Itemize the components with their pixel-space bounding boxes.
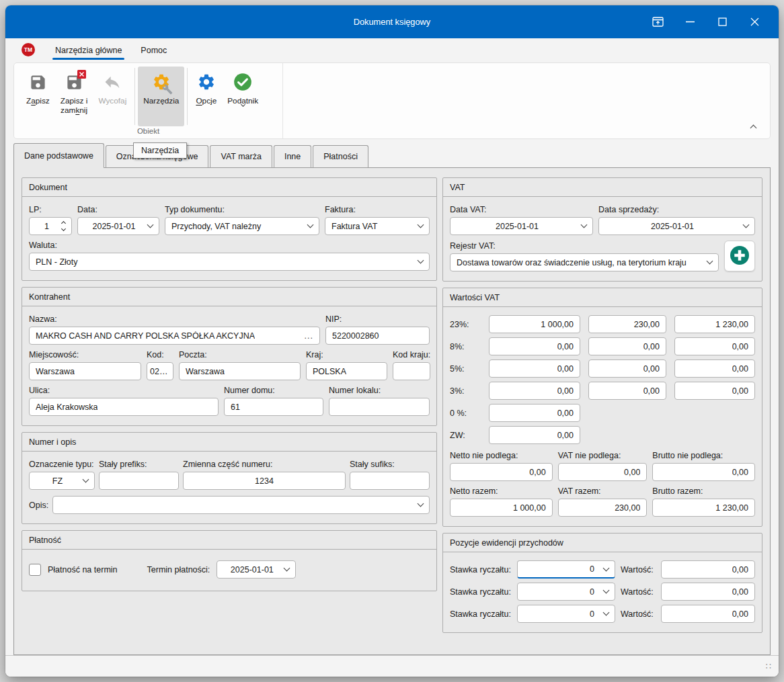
group-title: Numer i opis [22, 433, 436, 452]
chevron-down-icon [307, 222, 314, 228]
data-sprzedazy-dropdown[interactable]: 2025-01-01 [598, 217, 755, 235]
ribbon-separator [187, 68, 188, 125]
tab-inne[interactable]: Inne [274, 145, 311, 167]
opis-dropdown[interactable] [52, 496, 430, 514]
group-title: Kontrahent [22, 288, 436, 306]
browse-contractor-button[interactable]: ... [301, 331, 313, 341]
netto-input[interactable]: 1 000,00 [489, 315, 580, 333]
nip-input[interactable]: 5220002860 [325, 327, 430, 345]
kod-label: Kod: [147, 350, 173, 359]
vat-input[interactable]: 0,00 [588, 337, 666, 355]
netto-input[interactable]: 0,00 [489, 404, 580, 422]
menu-tab-help[interactable]: Pomoc [134, 42, 173, 58]
poczta-input[interactable]: Warszawa [179, 362, 301, 380]
menu-tab-home[interactable]: Narzędzia główne [48, 42, 128, 58]
brutto-input[interactable]: 0,00 [674, 337, 755, 355]
brutto-input[interactable]: 0,00 [674, 359, 755, 378]
group-vat: VAT Data VAT: 2025-01-01 Data sprzedaży:… [442, 177, 762, 282]
spin-down-icon[interactable] [61, 226, 66, 231]
maximize-button[interactable] [715, 15, 730, 29]
rejestr-vat-dropdown[interactable]: Dostawa towarów oraz świadczenie usług, … [450, 253, 719, 271]
save-button[interactable]: Zapisz [21, 67, 55, 126]
options-button[interactable]: Opcje [190, 67, 222, 126]
vat-rate-row: 3%: 0,00 0,00 0,00 [450, 382, 755, 400]
kraj-input[interactable]: POLSKA [306, 362, 387, 380]
dock-window-icon [652, 17, 664, 27]
vat-input[interactable]: 230,00 [588, 315, 666, 333]
stawka-ryczaltu-dropdown[interactable]: 0 [517, 605, 615, 623]
collapse-ribbon-button[interactable] [747, 124, 759, 134]
wartosc-input[interactable]: 0,00 [661, 583, 755, 601]
numer-lokalu-input[interactable] [329, 398, 430, 416]
group-wartosci-vat: Wartości VAT 23%: 1 000,00 230,00 1 230,… [442, 288, 762, 527]
app-logo[interactable]: TM [22, 43, 35, 56]
staly-sufiks-label: Stały sufiks: [350, 460, 430, 469]
numer-domu-input[interactable]: 61 [224, 398, 323, 416]
typ-dokumentu-dropdown[interactable]: Przychody, VAT należny [165, 217, 319, 235]
data-vat-dropdown[interactable]: 2025-01-01 [450, 217, 593, 235]
chevron-down-icon [603, 564, 610, 571]
stawka-ryczaltu-dropdown[interactable]: 0 [517, 583, 615, 601]
miejscowosc-input[interactable]: Warszawa [29, 362, 141, 380]
oznaczenie-typu-dropdown[interactable]: FZ [29, 472, 95, 490]
tab-dane-podstawowe[interactable]: Dane podstawowe [13, 143, 104, 168]
minimize-button[interactable] [683, 15, 697, 29]
data-date-dropdown[interactable]: 2025-01-01 [77, 217, 159, 235]
ulica-label: Ulica: [29, 386, 219, 395]
taxpayer-button[interactable]: Podatnik [222, 67, 264, 126]
waluta-dropdown[interactable]: PLN - Złoty [29, 253, 430, 271]
stawka-ryczaltu-dropdown[interactable]: 0 [517, 560, 615, 579]
ribbon: Zapisz Zapisz izamknij Wycofaj [13, 62, 771, 139]
vat-rate-row: 23%: 1 000,00 230,00 1 230,00 [450, 315, 755, 333]
chevron-down-icon [581, 222, 588, 228]
platnosc-na-termin-checkbox[interactable] [29, 564, 41, 576]
dock-window-button[interactable] [651, 15, 665, 29]
vat-nie-podlega-input[interactable]: 0,00 [558, 463, 648, 481]
pozycja-row: Stawka ryczałtu: 0 Wartość: 0,00 [450, 605, 755, 623]
kod-input[interactable]: 02-183 [147, 362, 173, 380]
chevron-down-icon [418, 501, 424, 507]
tab-vat-marza[interactable]: VAT marża [210, 145, 272, 167]
brutto-razem-input[interactable]: 1 230,00 [652, 499, 755, 517]
staly-prefiks-input[interactable] [99, 472, 179, 490]
lp-spinner[interactable]: 1 [29, 217, 72, 235]
netto-input[interactable]: 0,00 [489, 337, 580, 355]
miejscowosc-label: Miejscowość: [29, 350, 141, 359]
vat-rate-row: 5%: 0,00 0,00 0,00 [450, 359, 755, 378]
nazwa-input[interactable]: MAKRO CASH AND CARRY POLSKA SPÓŁKA AKCYJ… [29, 327, 320, 345]
save-and-close-button[interactable]: Zapisz izamknij [55, 67, 93, 126]
wartosc-input[interactable]: 0,00 [661, 605, 755, 623]
wartosc-input[interactable]: 0,00 [661, 560, 755, 579]
tab-platnosci[interactable]: Płatności [313, 145, 368, 167]
brutto-nie-podlega-input[interactable]: 0,00 [652, 463, 755, 481]
spin-up-icon[interactable] [61, 221, 66, 226]
close-button[interactable] [748, 15, 762, 29]
zmienna-czesc-input[interactable]: 1234 [183, 472, 346, 490]
netto-input[interactable]: 0,00 [489, 382, 580, 400]
brutto-input[interactable]: 1 230,00 [674, 315, 755, 333]
faktura-dropdown[interactable]: Faktura VAT [325, 217, 430, 235]
brutto-input[interactable]: 0,00 [674, 382, 755, 400]
tools-button[interactable]: Narzędzia [138, 67, 184, 126]
rejestr-vat-label: Rejestr VAT: [450, 241, 719, 251]
vat-input[interactable]: 0,00 [588, 359, 666, 378]
group-numer-i-opis: Numer i opis Oznaczenie typu: FZ Stały p… [22, 432, 437, 524]
netto-input[interactable]: 0,00 [489, 426, 580, 444]
netto-nie-podlega-input[interactable]: 0,00 [450, 463, 553, 481]
data-label: Data: [77, 205, 159, 214]
stawka-ryczaltu-label: Stawka ryczałtu: [450, 565, 512, 574]
kod-kraju-input[interactable] [393, 362, 430, 380]
vat-razem-input[interactable]: 230,00 [558, 499, 648, 517]
vat-input[interactable]: 0,00 [588, 382, 666, 400]
brutto-razem-label: Brutto razem: [652, 486, 755, 496]
resize-grip[interactable]: ∷ [766, 661, 772, 671]
termin-platnosci-dropdown[interactable]: 2025-01-01 [217, 560, 296, 579]
chevron-down-icon [418, 222, 424, 228]
faktura-label: Faktura: [325, 205, 430, 214]
rate-label: 8%: [450, 342, 481, 351]
netto-input[interactable]: 0,00 [489, 359, 580, 378]
staly-sufiks-input[interactable] [350, 472, 430, 490]
netto-razem-input[interactable]: 1 000,00 [450, 499, 553, 517]
add-vat-register-button[interactable] [724, 241, 755, 271]
ulica-input[interactable]: Aleja Krakowska [29, 398, 219, 416]
